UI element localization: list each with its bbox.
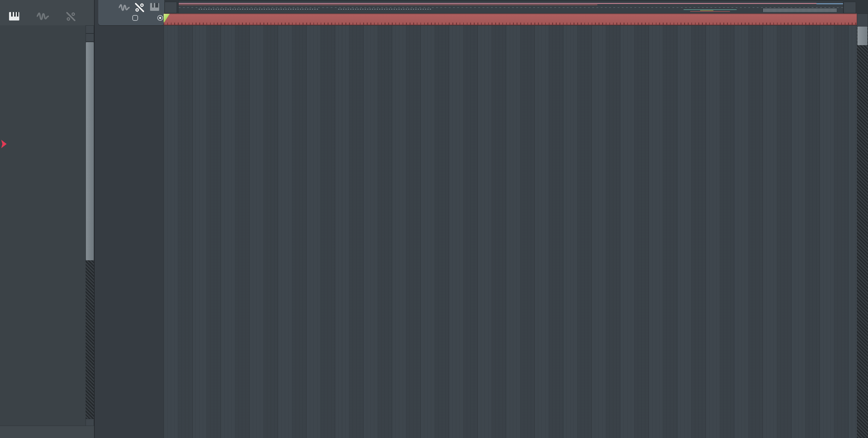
overview-mark [700, 10, 713, 11]
piano-icon[interactable] [150, 3, 159, 11]
scroll-down-button[interactable] [86, 419, 94, 426]
overview-mark [684, 9, 737, 10]
playlist-toolbar [98, 0, 164, 25]
overview-mark [179, 3, 816, 4]
overview-mark [198, 9, 318, 10]
slide-radio[interactable] [157, 15, 163, 21]
picker-tabs [0, 0, 94, 25]
scroll-right-button[interactable] [844, 2, 856, 13]
vertical-scroll-track[interactable] [857, 27, 868, 438]
overview-mark [690, 11, 730, 12]
track-headers-panel [95, 0, 164, 438]
vertical-scroll-thumb[interactable] [858, 27, 867, 45]
overview-mark [179, 4, 597, 5]
overview-mark [338, 9, 431, 10]
pattern-picker-panel [0, 0, 95, 438]
overview-mark [816, 3, 843, 4]
scroll-up-button[interactable] [857, 13, 868, 27]
pattern-list [0, 25, 86, 426]
fl-studio-playlist-window [0, 0, 868, 438]
pattern-scrollbar[interactable] [86, 25, 94, 426]
scrollbar-line-button[interactable] [86, 25, 94, 33]
playlist-grid[interactable] [164, 26, 857, 438]
automation-link-icon[interactable] [135, 3, 144, 12]
playhead-marker-icon[interactable] [164, 14, 170, 22]
overview-mark [764, 8, 836, 12]
scroll-left-button[interactable] [164, 2, 177, 13]
pattern-scroll-track[interactable] [86, 260, 94, 419]
timeline-ruler[interactable] [164, 13, 857, 25]
song-overview-strip[interactable] [179, 1, 843, 13]
audio-tracks-icon[interactable] [119, 4, 130, 11]
waveform-icon[interactable] [37, 12, 49, 21]
automation-link-icon[interactable] [66, 12, 75, 21]
step-checkbox[interactable] [132, 15, 138, 21]
piano-icon[interactable] [9, 12, 19, 21]
pattern-scroll-thumb[interactable] [86, 42, 94, 260]
scroll-up-button[interactable] [86, 33, 94, 41]
pattern-add-row [0, 426, 94, 438]
vertical-scrollbar[interactable] [857, 13, 868, 438]
overview-mark [179, 7, 843, 8]
